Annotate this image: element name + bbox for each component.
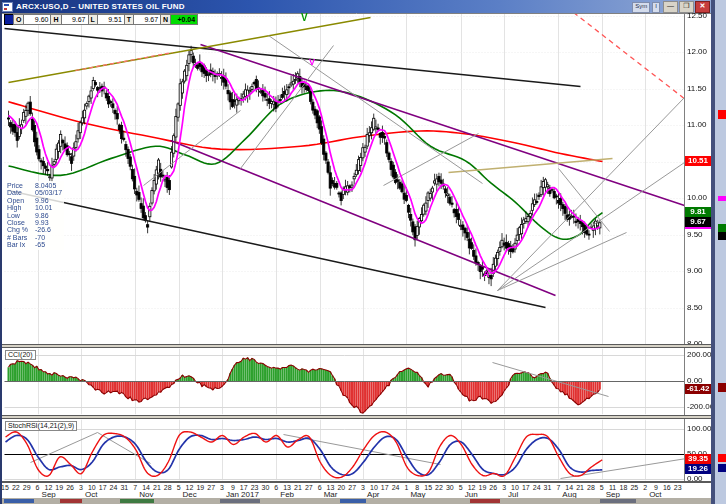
date-tick-label: 17 <box>99 484 107 491</box>
tooltip-line: High10.01 <box>7 204 62 211</box>
date-tick-label: 17 <box>381 484 389 491</box>
date-tick-label: 18 <box>620 484 628 491</box>
sym-button[interactable]: Sym <box>632 2 650 13</box>
app-icon <box>2 2 13 12</box>
date-axis: 1522296121926310172431714212851219273917… <box>0 483 712 499</box>
quote-field-value: 9.51 <box>97 14 125 25</box>
date-tick-label: 3 <box>79 484 83 491</box>
panel-separator <box>0 481 712 483</box>
date-tick-label: 16 <box>663 484 671 491</box>
date-tick-label: 20 <box>337 484 345 491</box>
date-tick-label: 27 <box>305 484 313 491</box>
quote-field-value: +0.04 <box>170 14 198 25</box>
date-tick-label: 19 <box>478 484 486 491</box>
date-tick-label: 27 <box>348 484 356 491</box>
date-tick-label: 22 <box>435 484 443 491</box>
date-tick-label: 3 <box>361 484 365 491</box>
date-tick-label: 3 <box>220 484 224 491</box>
date-tick-label: 30 <box>446 484 454 491</box>
panel-separator[interactable] <box>0 344 712 348</box>
minimize-button[interactable]: — <box>663 1 678 13</box>
date-tick-label: 31 <box>544 484 552 491</box>
background-windows-strip <box>0 498 713 504</box>
date-tick-label: 5 <box>459 484 463 491</box>
tooltip-line: Bar Ix-65 <box>7 241 62 248</box>
axis-tick-label: 100.00 <box>687 425 711 433</box>
date-tick-label: 28 <box>587 484 595 491</box>
window-title: ARCX:USO,D – UNITED STATES OIL FUND <box>16 2 185 11</box>
background-window-edge <box>713 0 726 504</box>
price-tooltip: Price8.0405Date05/03/17Open9.96High10.01… <box>5 181 64 250</box>
tooltip-value: -70 <box>35 234 45 241</box>
date-tick-label: 27 <box>207 484 215 491</box>
peak-marker: V <box>309 58 315 67</box>
date-tick-label: 7 <box>133 484 137 491</box>
tooltip-value: 9.86 <box>35 212 49 219</box>
date-tick-label: 23 <box>674 484 682 491</box>
date-tick-label: 19 <box>55 484 63 491</box>
stochrsi-axis: 100.0050.000.0039.3519.26 <box>685 0 712 504</box>
quote-field-value: 9.67 <box>61 14 89 25</box>
date-tick-label: 5 <box>600 484 604 491</box>
tooltip-value: 05/03/17 <box>35 189 62 196</box>
date-tick-label: 6 <box>274 484 278 491</box>
axis-badge: 19.26 <box>685 464 711 474</box>
panel-separator[interactable] <box>0 415 712 419</box>
tooltip-key: # Bars <box>7 234 35 241</box>
tooltip-value: 9.96 <box>35 197 49 204</box>
date-tick-label: 21 <box>576 484 584 491</box>
date-tick-label: 30 <box>261 484 269 491</box>
quote-field-value: 9.67 <box>133 14 161 25</box>
trough-marker: A <box>483 270 490 279</box>
quote-field-value: 9.60 <box>23 14 51 25</box>
quote-bar: O9.60H9.67L9.51T9.67N+0.04 <box>4 14 198 25</box>
tooltip-value: -65 <box>35 241 45 248</box>
tooltip-key: Low <box>7 212 35 219</box>
tooltip-line: Close9.93 <box>7 219 62 226</box>
date-tick-label: 19 <box>196 484 204 491</box>
date-tick-label: 21 <box>294 484 302 491</box>
date-tick-label: 25 <box>630 484 638 491</box>
tooltip-value: 9.93 <box>35 219 49 226</box>
tooltip-line: Date05/03/17 <box>7 189 62 196</box>
stochrsi-panel-label: StochRSI(14,21(2),9) <box>5 421 77 431</box>
tooltip-value: 8.0405 <box>35 182 56 189</box>
date-tick-label: 26 <box>489 484 497 491</box>
date-tick-label: 7 <box>556 484 560 491</box>
window-titlebar: ARCX:USO,D – UNITED STATES OIL FUND Sym … <box>0 0 713 13</box>
peak-marker: V <box>301 13 308 22</box>
tooltip-key: High <box>7 204 35 211</box>
date-tick-label: 17 <box>522 484 530 491</box>
date-tick-label: 28 <box>164 484 172 491</box>
date-tick-label: 5 <box>177 484 181 491</box>
tooltip-key: Close <box>7 219 35 226</box>
axis-badge: 39.35 <box>685 454 711 464</box>
date-tick-label: 6 <box>318 484 322 491</box>
date-tick-label: 24 <box>533 484 541 491</box>
date-tick-label: 6 <box>36 484 40 491</box>
date-tick-label: 22 <box>12 484 20 491</box>
date-tick-label: 15 <box>1 484 9 491</box>
tooltip-key: Date <box>7 189 35 196</box>
date-tick-label: 26 <box>66 484 74 491</box>
tooltip-key: Chg % <box>7 226 35 233</box>
date-tick-label: 24 <box>392 484 400 491</box>
tooltip-value: -26.6 <box>35 226 51 233</box>
date-tick-label: 2 <box>643 484 647 491</box>
close-button[interactable]: ✕ <box>695 1 710 13</box>
tooltip-line: Chg %-26.6 <box>7 226 62 233</box>
tooltip-key: Bar Ix <box>7 241 35 248</box>
date-tick-label: 1 <box>404 484 408 491</box>
chart-window: ARCX:USO,D – UNITED STATES OIL FUND Sym … <box>0 0 726 504</box>
date-tick-label: 3 <box>502 484 506 491</box>
tooltip-key: Price <box>7 182 35 189</box>
date-tick-label: 31 <box>120 484 128 491</box>
chart-canvas[interactable] <box>0 0 726 504</box>
tooltip-line: # Bars-70 <box>7 234 62 241</box>
interval-button[interactable]: I <box>652 2 660 13</box>
date-tick-label: 29 <box>23 484 31 491</box>
tooltip-line: Open9.96 <box>7 197 62 204</box>
date-tick-label: 21 <box>153 484 161 491</box>
maximize-button[interactable]: ❐ <box>679 1 694 13</box>
tooltip-value: 10.01 <box>35 204 53 211</box>
